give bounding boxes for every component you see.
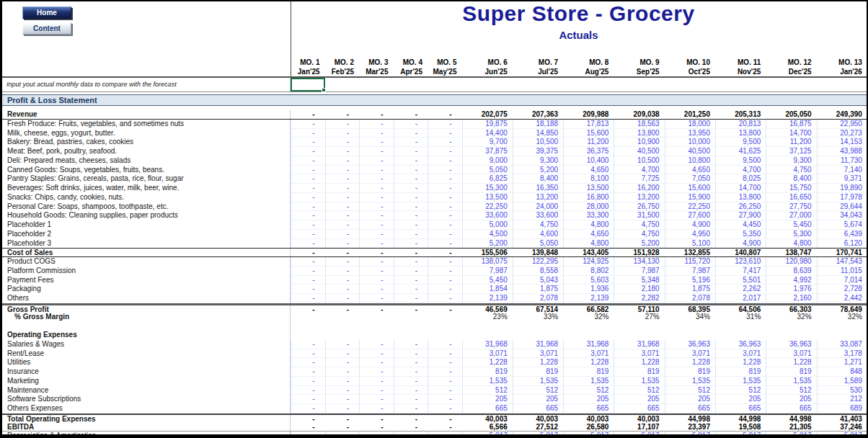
data-cell[interactable]: -: [428, 377, 462, 386]
row-label[interactable]: Household Goods: Cleaning supplies, pape…: [2, 211, 291, 220]
row-label[interactable]: Utilities: [2, 358, 291, 367]
data-cell[interactable]: 14,700: [766, 129, 816, 138]
data-cell[interactable]: 3,178: [817, 349, 867, 359]
row-label[interactable]: Personal Care: Soaps, shampoos, toothpas…: [2, 202, 291, 212]
data-cell[interactable]: 819: [715, 367, 766, 377]
data-cell[interactable]: -: [428, 386, 462, 395]
data-cell[interactable]: 1,535: [614, 377, 664, 386]
data-cell[interactable]: -: [291, 386, 325, 395]
data-cell[interactable]: -: [394, 110, 428, 119]
data-cell[interactable]: 36,963: [665, 340, 715, 349]
row-label[interactable]: Packaging: [2, 285, 291, 294]
data-cell[interactable]: -: [325, 249, 360, 256]
row-label[interactable]: Others Expenses: [2, 404, 291, 414]
data-cell[interactable]: -: [394, 415, 428, 423]
data-cell[interactable]: 33%: [513, 313, 563, 322]
data-cell[interactable]: 205: [715, 395, 766, 404]
data-cell[interactable]: 40,003: [462, 415, 513, 423]
data-cell[interactable]: 122,295: [513, 257, 563, 267]
row-label[interactable]: Cost of Sales: [2, 249, 291, 256]
data-cell[interactable]: [665, 331, 715, 340]
data-cell[interactable]: -: [428, 276, 462, 285]
data-cell[interactable]: -: [359, 220, 394, 230]
data-cell[interactable]: -: [359, 120, 394, 129]
data-cell[interactable]: [291, 313, 325, 322]
data-cell[interactable]: 4,992: [766, 276, 816, 285]
data-cell[interactable]: -: [394, 120, 428, 129]
data-cell[interactable]: 20,273: [817, 129, 867, 138]
data-cell[interactable]: 155,506: [462, 249, 513, 256]
data-cell[interactable]: 26,580: [563, 423, 614, 432]
data-cell[interactable]: 139,848: [513, 249, 563, 256]
data-cell[interactable]: 8,558: [513, 267, 563, 276]
data-cell[interactable]: -: [291, 305, 325, 313]
data-cell[interactable]: 17,107: [614, 423, 664, 432]
data-cell[interactable]: -: [359, 202, 394, 212]
row-label[interactable]: Milk, cheese, eggs, yogurt, butter.: [2, 129, 291, 138]
data-cell[interactable]: 22,950: [817, 120, 867, 129]
data-cell[interactable]: 2,139: [462, 294, 513, 303]
data-cell[interactable]: -: [359, 294, 394, 303]
data-cell[interactable]: -: [359, 305, 394, 313]
data-cell[interactable]: 4,900: [715, 239, 766, 249]
data-cell[interactable]: 4,650: [563, 230, 614, 239]
data-cell[interactable]: 13,800: [715, 129, 766, 138]
data-cell[interactable]: -: [291, 377, 325, 386]
data-cell[interactable]: 512: [766, 386, 816, 395]
col-header-mo[interactable]: MO. 12: [766, 58, 816, 67]
data-cell[interactable]: 512: [614, 386, 664, 395]
data-cell[interactable]: 205,050: [766, 110, 816, 119]
col-header-month[interactable]: May'25: [428, 67, 462, 76]
data-cell[interactable]: 512: [715, 386, 766, 395]
data-cell[interactable]: 11,200: [563, 138, 614, 147]
data-cell[interactable]: 9,300: [513, 156, 563, 166]
data-cell[interactable]: 2,442: [817, 294, 867, 303]
data-cell[interactable]: 3,071: [614, 349, 664, 359]
data-cell[interactable]: 13,950: [665, 129, 715, 138]
data-cell[interactable]: 249,390: [817, 110, 867, 119]
data-cell[interactable]: 665: [715, 404, 766, 414]
data-cell[interactable]: -: [428, 404, 462, 414]
data-cell[interactable]: 1,228: [665, 358, 715, 367]
data-cell[interactable]: -: [394, 294, 428, 303]
data-cell[interactable]: [325, 321, 360, 331]
data-cell[interactable]: 5,200: [614, 239, 664, 249]
data-cell[interactable]: -: [428, 120, 462, 129]
data-cell[interactable]: 8,400: [513, 174, 563, 184]
data-cell[interactable]: -: [325, 110, 360, 119]
data-cell[interactable]: 19,875: [462, 120, 513, 129]
data-cell[interactable]: [428, 313, 462, 322]
data-cell[interactable]: 2,282: [614, 294, 664, 303]
data-cell[interactable]: -: [359, 239, 394, 249]
data-cell[interactable]: 31,968: [563, 340, 614, 349]
data-cell[interactable]: [325, 331, 360, 340]
data-cell[interactable]: [563, 331, 614, 340]
data-cell[interactable]: -: [291, 267, 325, 276]
pl-statement-header[interactable]: Profit & Loss Statement: [2, 94, 867, 106]
data-cell[interactable]: 20,813: [715, 120, 766, 129]
data-cell[interactable]: 1,535: [513, 377, 563, 386]
data-cell[interactable]: 9,500: [715, 156, 766, 166]
data-cell[interactable]: -: [428, 340, 462, 349]
row-label[interactable]: Fresh Produce: Fruits, vegetables, and s…: [2, 120, 291, 129]
data-cell[interactable]: -: [428, 423, 462, 432]
empty-cell[interactable]: [817, 78, 867, 91]
data-cell[interactable]: 32%: [766, 313, 816, 322]
data-cell[interactable]: -: [325, 432, 360, 438]
data-cell[interactable]: 33,600: [462, 211, 513, 220]
data-cell[interactable]: -: [291, 138, 325, 147]
data-cell[interactable]: -: [394, 138, 428, 147]
data-cell[interactable]: -: [394, 377, 428, 386]
data-cell[interactable]: 7,987: [665, 267, 715, 276]
data-cell[interactable]: 1,875: [513, 285, 563, 294]
data-cell[interactable]: 26,750: [614, 202, 664, 212]
data-cell[interactable]: 29,644: [817, 202, 867, 212]
data-cell[interactable]: 36,375: [563, 147, 614, 156]
col-header-mo[interactable]: MO. 2: [325, 58, 360, 67]
data-cell[interactable]: -: [325, 230, 360, 239]
data-cell[interactable]: 5,017: [462, 432, 513, 438]
data-cell[interactable]: 7,987: [462, 267, 513, 276]
row-label[interactable]: Placeholder 2: [2, 230, 291, 239]
data-cell[interactable]: -: [394, 202, 428, 212]
data-cell[interactable]: 22,250: [665, 202, 715, 212]
